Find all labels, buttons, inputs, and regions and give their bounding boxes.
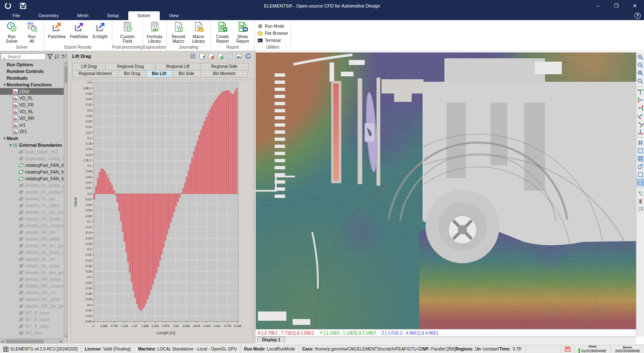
view-pos-x-icon[interactable] — [637, 88, 644, 96]
tree-item-wheels-fl-contact-p[interactable]: wheels_FL_contact_p — [0, 189, 64, 195]
tree-item-mesh[interactable]: ▼Mesh — [0, 135, 64, 142]
tab-regional-moment[interactable]: Regional Moment — [72, 70, 118, 78]
tree-vertical-scrollbar[interactable]: ▲ ▼ — [64, 61, 68, 338]
tree-item-wheels-fl-slider[interactable]: wheels_FL_slider — [0, 202, 64, 209]
tree-item-wheels-fr-slider[interactable]: wheels_FR_slider — [0, 236, 64, 242]
view-pos-y-icon[interactable] — [637, 104, 644, 112]
tab-bin-moment[interactable]: Bin Moment — [200, 70, 248, 78]
tree-item-wheels-fr-tire-groo[interactable]: wheels_FR_tire_groo — [0, 242, 64, 249]
slice-display-icon[interactable] — [637, 179, 644, 186]
tree-item-wheels-fr-contact-p[interactable]: wheels_FR_contact_p — [0, 222, 64, 229]
image-icon[interactable] — [236, 53, 242, 60]
ensight-button[interactable]: EnSight — [91, 21, 109, 39]
log-icon[interactable] — [561, 345, 574, 353]
fieldview-button[interactable]: FieldView — [69, 21, 89, 39]
report-text-icon[interactable] — [226, 53, 233, 60]
tree-item-rotatingpart-fan-far[interactable]: rotatingPart_FAN_far — [0, 175, 64, 182]
tree-item-wheels-rl-rim[interactable]: wheels_RL_rim — [0, 256, 64, 262]
terminal-button[interactable]: Terminal — [257, 37, 281, 44]
tree-item-residuals[interactable]: Residuals — [0, 75, 64, 81]
probe-icon[interactable]: 5.3 — [637, 190, 644, 197]
tab-regional-lift[interactable]: Regional Lift — [155, 63, 200, 70]
tree-item-vd-rr[interactable]: VD_RR — [0, 115, 64, 122]
tree-item-wheels-rl-brake-di[interactable]: wheels_RL_brake_di — [0, 249, 64, 256]
tab-regional-drag[interactable]: Regional Drag — [105, 63, 156, 70]
bin-lift-chart[interactable]: 0.43.8E-10.360.340.320.30.280.260.240.22… — [70, 80, 253, 342]
annotation-icon[interactable]: 2,3 — [637, 206, 644, 213]
paraview-button[interactable]: ParaView — [47, 21, 67, 39]
tree-item-wt-floor[interactable]: WT_floor — [0, 330, 64, 336]
tree-item-rotatingpart-fan-far[interactable]: rotatingPart_FAN_far — [0, 169, 64, 175]
tree-item-rotatingpart-fan-far[interactable]: rotatingPart_FAN_far — [0, 162, 64, 169]
tree-item-vd-rl[interactable]: VD_RL — [0, 108, 64, 115]
menu-tab-view[interactable]: View — [160, 11, 188, 20]
menu-tab-mesh[interactable]: Mesh — [68, 11, 98, 20]
tree-item-wheels-rr-brake-di[interactable]: wheels_RR_brake_di — [0, 276, 64, 283]
expand-arrow-icon[interactable]: ▼ — [3, 137, 7, 140]
run-all-button[interactable]: Run All — [23, 21, 41, 44]
zoom-out-icon[interactable] — [637, 62, 644, 69]
tree-item-wheels-rr-contact-p[interactable]: wheels_RR_contact_p — [0, 283, 64, 289]
scroll-down-arrow[interactable]: ▼ — [64, 334, 68, 338]
scroll-thumb-h[interactable] — [6, 340, 44, 343]
tree-item-vd-fr[interactable]: VD_FR — [0, 101, 64, 108]
macro-library-button[interactable]: Macro Library — [190, 21, 208, 44]
tree-item-wt-ff-maxy[interactable]: WT_ff_maxy — [0, 309, 64, 316]
sort-descending-icon[interactable] — [54, 54, 60, 60]
create-report-button[interactable]: Create Report — [213, 21, 232, 44]
filter-icon[interactable] — [47, 54, 53, 60]
tab-regional-side[interactable]: Regional Side — [200, 63, 249, 70]
scroll-up-arrow[interactable]: ▲ — [64, 61, 68, 65]
tree-item-body-upper-4x2[interactable]: body_upper_4x2 — [0, 148, 64, 155]
tab-lift-drag[interactable]: Lift Drag — [72, 63, 106, 70]
tree-item-runtime-controls[interactable]: Runtime Controls — [0, 68, 64, 75]
minimize-button[interactable]: – — [589, 0, 607, 11]
surface-display-icon[interactable] — [637, 171, 644, 178]
search-input[interactable] — [8, 55, 44, 59]
tree-item-wheels-fr-rim[interactable]: wheels_FR_rim — [0, 229, 64, 236]
tree-item-wheels-fl-brake-di[interactable]: wheels_FL_brake_di — [0, 182, 64, 189]
tree-item-wheels-rl-tire-groo[interactable]: wheels_RL_tire_groo — [0, 269, 64, 276]
tree-item-zf1[interactable]: ZF1 — [0, 128, 64, 135]
tree-item-run-options[interactable]: Run Options — [0, 61, 64, 68]
clip-plane-icon[interactable] — [637, 198, 644, 205]
view-neg-z-icon[interactable] — [637, 128, 644, 135]
export-csv-icon[interactable] — [217, 53, 224, 60]
3d-viewport[interactable] — [256, 52, 636, 329]
delete-file-icon[interactable] — [208, 53, 215, 60]
tree-item-wheels-rr-rim[interactable]: wheels_RR_rim — [0, 289, 64, 296]
search-box[interactable] — [1, 53, 46, 60]
tree-item-wheels-rl-slider[interactable]: wheels_RL_slider — [0, 262, 64, 269]
refresh-icon[interactable] — [245, 53, 252, 60]
bounding-box-icon[interactable] — [637, 147, 644, 154]
tree-item-vd-fl[interactable]: VD_FL — [0, 95, 64, 101]
run-mode-button[interactable]: Run Mode — [257, 23, 284, 30]
tree-item-wheels-fl-rim[interactable]: wheels_FL_rim — [0, 195, 64, 202]
tree-item-monitoring-functions[interactable]: ▼Monitoring Functions — [0, 81, 64, 88]
help-button[interactable]: ? — [634, 13, 641, 19]
display-tab[interactable]: Display 1 — [257, 337, 285, 343]
scroll-thumb[interactable] — [65, 66, 68, 83]
zoom-fit-icon[interactable] — [637, 78, 644, 85]
custom-field-button[interactable]: Custom Field — [118, 21, 137, 44]
tab-bin-side[interactable]: Bin Side — [172, 70, 201, 78]
show-report-button[interactable]: Show Report — [234, 21, 252, 44]
menu-tab-geometry[interactable]: Geometry — [29, 11, 68, 20]
view-neg-y-icon[interactable] — [637, 112, 644, 119]
expand-arrow-icon[interactable]: ▼ — [8, 143, 13, 147]
scroll-left-arrow[interactable]: ◄ — [0, 339, 5, 344]
tree-item-external-boundaries[interactable]: ▼External Boundaries — [0, 142, 64, 148]
grid-icon[interactable] — [637, 139, 644, 146]
formula-library-button[interactable]: Formula Library — [145, 21, 164, 44]
sort-ascending-icon[interactable] — [61, 54, 67, 60]
menu-tab-file[interactable]: File — [3, 11, 29, 20]
export-file-icon[interactable] — [199, 53, 205, 60]
tab-bin-drag[interactable]: Bin Drag — [118, 70, 146, 78]
tree-item-wheels-fl-tire-groo[interactable]: wheels_FL_tire_groo — [0, 209, 64, 215]
tree-item-wt-ff-maxz[interactable]: WT_ff_maxz — [0, 316, 64, 323]
tab-bin-lift[interactable]: Bin Lift — [146, 70, 172, 78]
table-icon[interactable] — [190, 53, 196, 60]
tree-item-wheels-rr-tire-groo[interactable]: wheels_RR_tire_groo — [0, 303, 64, 309]
zoom-in-icon[interactable] — [637, 54, 644, 61]
view-pos-z-icon[interactable] — [637, 120, 644, 127]
